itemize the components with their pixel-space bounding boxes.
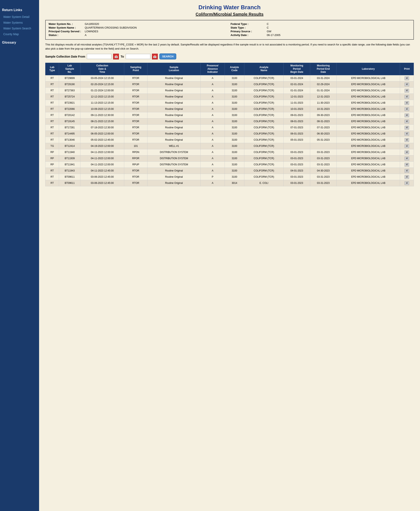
- cell-sample-location: Routine Original: [148, 87, 201, 94]
- cell-analyte-name: COLIFORM (TCR): [244, 124, 284, 131]
- cell-collection-date: 04-11-2023 12:00:00: [80, 149, 124, 155]
- cell-monitor-end: 09-30-2023: [310, 112, 337, 118]
- cell-lab-type: RT: [45, 94, 59, 100]
- print-button[interactable]: 🖨: [405, 132, 409, 136]
- cell-sampling-point: RTOR: [124, 168, 148, 174]
- cell-lab-sample-no: BT22066: [59, 106, 80, 112]
- print-button[interactable]: 🖨: [405, 157, 409, 160]
- activity-date-label: Activity Date :: [231, 34, 266, 37]
- sidebar-item-water-systems[interactable]: Water Systems: [2, 20, 37, 25]
- col-print: Print: [400, 63, 414, 75]
- primary-source-value: GW: [267, 30, 271, 33]
- cell-print[interactable]: 🖨: [400, 180, 414, 186]
- cell-monitor-end: 02-29-2024: [310, 81, 337, 87]
- cell-presence: A: [201, 143, 225, 149]
- info-row-state: State Type : C: [231, 26, 411, 29]
- glossary-link[interactable]: Glossary: [2, 41, 37, 44]
- table-row: RT BT13046 05-02-2023 12:45:00 RTOR Rout…: [45, 137, 414, 143]
- print-button[interactable]: 🖨: [405, 120, 409, 123]
- cell-print[interactable]: 🖨: [400, 106, 414, 112]
- print-button[interactable]: 🖨: [405, 83, 409, 86]
- cell-sampling-point: RTOR: [124, 174, 148, 180]
- print-button[interactable]: 🖨: [405, 113, 409, 117]
- print-button[interactable]: 🖨: [405, 126, 409, 130]
- cell-monitor-end: 10-31-2023: [310, 106, 337, 112]
- cell-sampling-point: RTOR: [124, 131, 148, 137]
- cell-print[interactable]: 🖨: [400, 174, 414, 180]
- table-row: RT BT27363 01-22-2024 12:00:00 RTOR Rout…: [45, 87, 414, 94]
- table-row: RT BT14495 06-05-2023 12:00:00 RTOR Rout…: [45, 131, 414, 137]
- cell-print[interactable]: 🖨: [400, 87, 414, 94]
- cell-collection-date: 06-05-2023 12:00:00: [80, 131, 124, 137]
- cell-print[interactable]: 🖨: [400, 100, 414, 106]
- search-button[interactable]: SEARCH: [159, 53, 176, 59]
- print-button[interactable]: 🖨: [405, 89, 409, 93]
- print-button[interactable]: 🖨: [405, 169, 409, 173]
- cell-print[interactable]: 🖨: [400, 124, 414, 131]
- cell-print[interactable]: 🖨: [400, 155, 414, 161]
- cell-presence: A: [201, 180, 225, 186]
- cell-analyte-code: 3100: [225, 81, 244, 87]
- print-button[interactable]: 🖨: [405, 107, 409, 111]
- cell-lab-sample-no: BT29190: [59, 81, 80, 87]
- cell-monitor-begin: 01-01-2024: [284, 87, 310, 94]
- federal-type-label: Federal Type :: [231, 22, 266, 25]
- table-row: TG BT12414 04-19-2023 12:00:00 101 WELL …: [45, 143, 414, 149]
- info-row-status: Status : A: [49, 34, 229, 37]
- print-button[interactable]: 🖨: [405, 95, 409, 99]
- cell-collection-date: 10-09-2023 12:15:00: [80, 106, 124, 112]
- cell-lab-sample-no: BT19145: [59, 118, 80, 124]
- cell-lab-type: RT: [45, 75, 59, 81]
- sidebar-item-county-map[interactable]: County Map: [2, 32, 37, 37]
- print-button[interactable]: 🖨: [405, 144, 409, 148]
- cell-print[interactable]: 🖨: [400, 94, 414, 100]
- calendar-to-button[interactable]: 📅: [152, 54, 158, 59]
- cell-print[interactable]: 🖨: [400, 131, 414, 137]
- cell-monitor-begin: [284, 143, 310, 149]
- cell-analyte-code: 3100: [225, 94, 244, 100]
- cell-laboratory: EPD MICROBIOLOGICAL LAB: [337, 155, 400, 161]
- cell-print[interactable]: 🖨: [400, 118, 414, 124]
- cell-monitor-begin: 03-01-2023: [284, 149, 310, 155]
- cell-monitor-end: 06-30-2023: [310, 131, 337, 137]
- cell-lab-sample-no: BT09611: [59, 174, 80, 180]
- cell-monitor-end: 03-31-2023: [310, 161, 337, 168]
- cell-monitor-end: 11-30-2023: [310, 100, 337, 106]
- cell-print[interactable]: 🖨: [400, 143, 414, 149]
- cell-laboratory: EPD MICROBIOLOGICAL LAB: [337, 180, 400, 186]
- cell-print[interactable]: 🖨: [400, 75, 414, 81]
- cell-analyte-name: COLIFORM (TCR): [244, 100, 284, 106]
- sidebar-item-water-system-search[interactable]: Water System Search: [2, 26, 37, 31]
- cell-analyte-code: 3100: [225, 143, 244, 149]
- search-to-input[interactable]: [126, 54, 150, 59]
- cell-print[interactable]: 🖨: [400, 168, 414, 174]
- print-button[interactable]: 🖨: [405, 101, 409, 105]
- cell-lab-sample-no: BT29899: [59, 75, 80, 81]
- cell-sample-location: Routine Original: [148, 131, 201, 137]
- table-row: RP BT11941 04-11-2023 12:00:00 RPUP DIST…: [45, 161, 414, 168]
- sidebar-item-water-system-detail[interactable]: Water System Detail: [2, 15, 37, 19]
- col-presence-absence: Presence/AbsenceIndicator: [201, 63, 225, 75]
- cell-monitor-end: 03-31-2023: [310, 155, 337, 161]
- print-button[interactable]: 🖨: [405, 175, 409, 179]
- cell-lab-type: RT: [45, 100, 59, 106]
- calendar-from-button[interactable]: 📅: [113, 54, 119, 59]
- cell-monitor-begin: 03-01-2023: [284, 180, 310, 186]
- print-button[interactable]: 🖨: [405, 163, 409, 167]
- cell-collection-date: 12-12-2023 12:15:00: [80, 94, 124, 100]
- cell-print[interactable]: 🖨: [400, 149, 414, 155]
- cell-laboratory: EPD MICROBIOLOGICAL LAB: [337, 112, 400, 118]
- print-button[interactable]: 🖨: [405, 76, 409, 80]
- print-button[interactable]: 🖨: [405, 138, 409, 142]
- cell-print[interactable]: 🖨: [400, 161, 414, 168]
- print-button[interactable]: 🖨: [405, 150, 409, 154]
- search-from-input[interactable]: [87, 54, 112, 59]
- print-button[interactable]: 🖨: [405, 181, 409, 185]
- cell-presence: A: [201, 100, 225, 106]
- cell-print[interactable]: 🖨: [400, 81, 414, 87]
- cell-presence: A: [201, 87, 225, 94]
- cell-laboratory: EPD MICROBIOLOGICAL LAB: [337, 149, 400, 155]
- cell-sample-location: Routine Original: [148, 81, 201, 87]
- cell-print[interactable]: 🖨: [400, 137, 414, 143]
- cell-print[interactable]: 🖨: [400, 112, 414, 118]
